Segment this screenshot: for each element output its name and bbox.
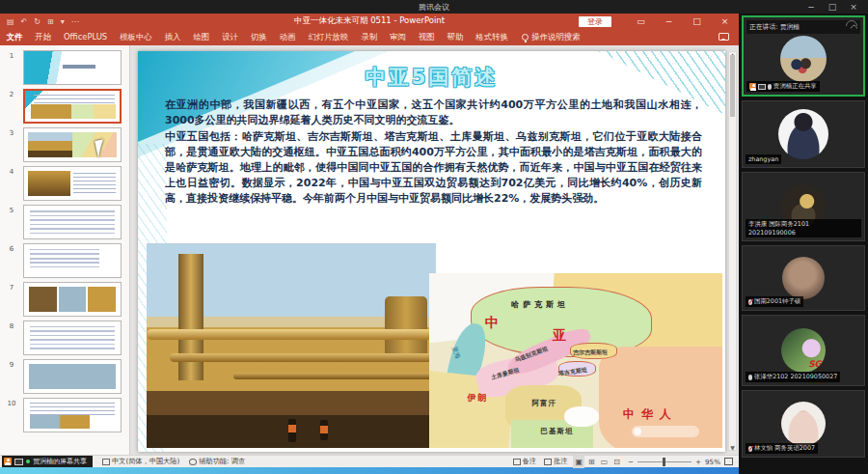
slide-body-text: 在亚洲的中部，我国新疆以西，有五个中亚国家，这五个国家共计约400万平方公里的土… [165,98,702,207]
mic-icon [768,84,772,90]
powerpoint-window: ▤↶↻⊞▾⋯ 中亚一体化未来可期 0511 - PowerPoint 登录 ▭ … [0,14,739,474]
comments-label: 批注 [554,457,567,466]
ribbon-tab-10[interactable]: 幻灯片放映 [302,29,355,45]
participant-tile-3[interactable]: 李洪康 国际商务2101 202109190006 [742,172,865,241]
reading-view-button[interactable]: ▭ [601,458,609,466]
mic-muted-icon [748,299,752,305]
slideshow-button[interactable]: ⊡ [613,458,620,466]
minimize-icon[interactable]: − [800,0,822,14]
slide-thumbnail-10[interactable]: 10 [0,398,125,432]
close-icon[interactable]: × [843,0,864,14]
slide-number: 10 [0,398,23,432]
normal-view-button[interactable]: ▣ [575,458,583,466]
ribbon-tab-3[interactable]: OfficePLUS [58,29,114,45]
start-slideshow-icon[interactable]: ⊞ [47,17,54,26]
central-asia-map[interactable]: 哈萨克斯坦中亚吉尔吉斯斯坦乌兹别克斯坦土库曼斯坦塔吉克斯坦伊朗阿富汗巴基斯坦中华… [429,273,722,448]
monitor-icon [14,459,23,465]
slide-thumbnail-panel[interactable]: 12345678910 [0,45,130,455]
ribbon-display-options-icon[interactable]: ▭ [627,14,655,29]
ribbon-tab-2[interactable]: 开始 [29,29,58,45]
ribbon-tab-5[interactable]: 插入 [158,29,187,45]
comment-icon [544,459,552,465]
participant-tile-sharer[interactable]: 正在讲话: 贾润楠 贾润楠正在共享 [742,15,865,97]
zoom-in-icon[interactable]: + [695,458,701,466]
map-label-4: 吉尔吉斯斯坦 [573,349,608,357]
slide-sorter-view-button[interactable]: ⊞ [588,458,595,466]
slide-thumbnail-2[interactable]: 2 [0,89,125,124]
pipeline-photo[interactable] [147,243,436,448]
slide-thumbnail-9[interactable]: 9 [0,359,125,394]
speaking-label: 正在讲话: 贾润楠 [749,22,800,32]
scroll-down-icon[interactable]: ▼ [729,444,736,451]
minimize-icon[interactable]: − [655,14,683,29]
slide-thumbnail-6[interactable]: 6 [0,243,125,278]
document-title: 中亚一体化未来可期 0511 - PowerPoint [294,15,445,27]
participant-tile-6[interactable]: 林文怡 商务英语2007 [742,390,865,458]
participant-name-badge: 林文怡 商务英语2007 [746,443,818,454]
participant-tile-4[interactable]: 国南2001钟子硕 [742,245,865,311]
slide-thumbnail-3[interactable]: 3 [0,127,125,162]
worker-silhouette [288,419,296,442]
scrollbar-thumb[interactable] [730,55,735,117]
avatar-watermark: SG [808,359,822,369]
ribbon-tab-11[interactable]: 录制 [355,29,384,45]
meeting-app-title: 腾讯会议 [419,2,449,13]
redo-icon[interactable]: ↻ [34,17,41,26]
save-icon[interactable]: ▤ [7,17,14,26]
undo-icon[interactable]: ↶ [21,17,28,26]
restore-icon[interactable]: □ [683,14,711,29]
meeting-titlebar: 腾讯会议 − □ × [0,0,868,14]
view-buttons: ▣ ⊞ ▭ ⊡ [575,458,620,466]
tell-me-search[interactable]: 操作说明搜索 [522,32,580,42]
slide-thumbnail-5[interactable]: 5 [0,205,125,239]
participant-tile-2[interactable]: zhangyan [742,100,865,168]
ribbon-tab-14[interactable]: 帮助 [441,29,470,45]
comments-icon[interactable] [719,33,729,41]
paragraph-1: 在亚洲的中部，我国新疆以西，有五个中亚国家，这五个国家共计约400万平方公里的土… [165,98,702,128]
meeting-video-sidebar: 正在讲话: 贾润楠 贾润楠正在共享 zhangyan李洪康 国际商务2101 2… [739,14,868,474]
ribbon-tab-1[interactable]: 文件 [0,29,29,45]
login-button[interactable]: 登录 [579,16,611,27]
ribbon-tab-8[interactable]: 切换 [244,29,273,45]
participant-name-badge: 李洪康 国际商务2101 202109190006 [746,219,861,237]
more-commands-icon[interactable]: ⋯ [71,17,79,26]
ribbon-tab-6[interactable]: 绘图 [187,29,216,45]
zoom-slider-thumb[interactable] [663,458,665,466]
paragraph-2: 中亚五国包括：哈萨克斯坦、吉尔吉斯斯坦、塔吉克斯坦、土库曼斯坦、乌兹别克斯坦，它… [165,129,702,207]
notes-icon [513,459,521,465]
zoom-level[interactable]: 95% [705,458,720,466]
participant-name: zhangyan [748,155,778,163]
zoom-control: − + 95% [628,458,733,466]
vertical-scrollbar[interactable]: ▲ ▼ [728,51,737,451]
slide-thumbnail-1[interactable]: 1 [0,50,125,85]
restore-icon[interactable]: □ [822,0,843,14]
screen-share-toast[interactable]: 贾润楠的屏幕共享 [2,456,93,467]
accessibility-status[interactable]: 辅助功能: 调查 [189,457,245,466]
slide[interactable]: 中亚5国简述 在亚洲的中部，我国新疆以西，有五个中亚国家，这五个国家共计约400… [138,51,725,452]
notes-button[interactable]: 备注 [513,457,536,466]
accessibility-label: 辅助功能: 调查 [199,457,245,466]
participant-name: 李洪康 国际商务2101 202109190006 [748,220,858,237]
fit-to-window-icon[interactable] [724,458,733,465]
ribbon-tab-15[interactable]: 格式转换 [470,29,515,45]
slide-thumbnail-8[interactable]: 8 [0,321,125,355]
participant-name-badge: 张泽华2102 202109050027 [746,372,840,382]
ribbon-tab-9[interactable]: 动画 [273,29,302,45]
ribbon-tab-4[interactable]: 模板中心 [114,29,159,45]
customize-qat-icon[interactable]: ▾ [61,17,65,26]
map-label-3: 亚 [553,327,566,345]
slide-thumbnail-7[interactable]: 7 [0,282,125,317]
participant-tile-5[interactable]: SG张泽华2102 202109050027 [742,315,865,386]
ribbon-tab-13[interactable]: 视图 [412,29,441,45]
comments-button[interactable]: 批注 [544,457,567,466]
zoom-out-icon[interactable]: − [628,458,634,466]
map-watermark [632,426,699,437]
language-status[interactable]: 中文(简体，中国大陆) [102,457,179,466]
close-icon[interactable]: × [711,14,739,29]
ribbon-tabs: 文件开始OfficePLUS模板中心插入绘图设计切换动画幻灯片放映录制审阅视图帮… [0,29,514,45]
ribbon-tab-7[interactable]: 设计 [216,29,245,45]
slide-thumbnail-4[interactable]: 4 [0,166,125,201]
ribbon-tab-12[interactable]: 审阅 [384,29,413,45]
participant-name: 林文怡 商务英语2007 [754,444,815,453]
zoom-slider[interactable] [637,461,692,462]
